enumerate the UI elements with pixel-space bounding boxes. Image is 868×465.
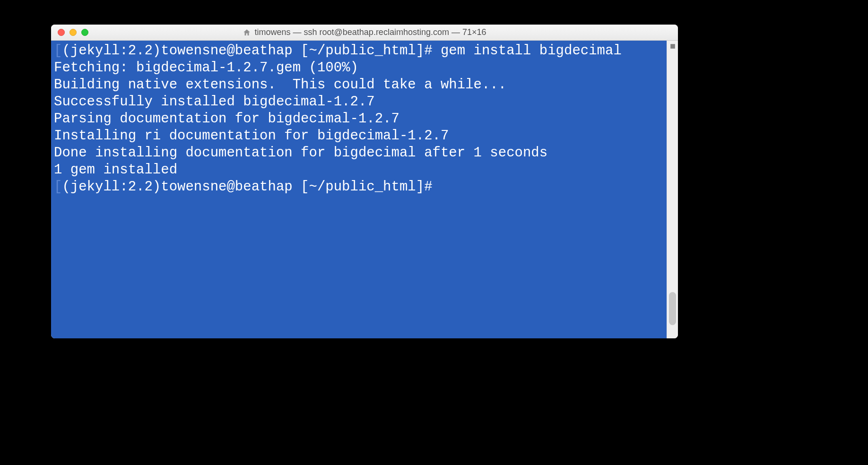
window-titlebar[interactable]: timowens — ssh root@beathap.reclaimhosti… — [51, 25, 678, 41]
close-button[interactable] — [58, 29, 65, 36]
terminal-line: Building native extensions. This could t… — [54, 77, 664, 94]
scrollbar-up-arrow-icon[interactable] — [667, 41, 678, 52]
traffic-lights — [58, 29, 88, 36]
terminal-line: [(jekyll:2.2)towensne@beathap [~/public_… — [54, 179, 664, 196]
svg-rect-0 — [670, 44, 675, 49]
window-title-text: timowens — ssh root@beathap.reclaimhosti… — [254, 27, 486, 37]
home-icon — [243, 28, 251, 37]
terminal-text: Parsing documentation for bigdecimal-1.2… — [54, 111, 399, 127]
terminal-text: Installing ri documentation for bigdecim… — [54, 128, 449, 144]
window-content: [(jekyll:2.2)towensne@beathap [~/public_… — [51, 41, 678, 338]
terminal-text: Successfully installed bigdecimal-1.2.7 — [54, 94, 375, 110]
vertical-scrollbar[interactable] — [667, 41, 678, 338]
terminal-text: (jekyll:2.2)towensne@beathap [~/public_h… — [62, 43, 621, 59]
window-title: timowens — ssh root@beathap.reclaimhosti… — [51, 27, 678, 37]
terminal-line: 1 gem installed — [54, 162, 664, 179]
terminal-text: Building native extensions. This could t… — [54, 77, 506, 93]
terminal-line: [(jekyll:2.2)towensne@beathap [~/public_… — [54, 43, 664, 60]
terminal-text: 1 gem installed — [54, 162, 177, 178]
prompt-marker: [ — [54, 43, 62, 59]
minimize-button[interactable] — [69, 29, 77, 36]
terminal-line: Installing ri documentation for bigdecim… — [54, 128, 664, 145]
prompt-marker: [ — [54, 179, 62, 195]
terminal-text: (jekyll:2.2)towensne@beathap [~/public_h… — [62, 179, 441, 195]
terminal-line: Done installing documentation for bigdec… — [54, 145, 664, 162]
terminal-line: Successfully installed bigdecimal-1.2.7 — [54, 94, 664, 111]
terminal-output[interactable]: [(jekyll:2.2)towensne@beathap [~/public_… — [51, 41, 667, 338]
scrollbar-thumb[interactable] — [669, 292, 676, 325]
terminal-text: Done installing documentation for bigdec… — [54, 145, 547, 161]
terminal-window: timowens — ssh root@beathap.reclaimhosti… — [51, 25, 678, 338]
zoom-button[interactable] — [81, 29, 88, 36]
terminal-text: Fetching: bigdecimal-1.2.7.gem (100%) — [54, 60, 358, 76]
terminal-line: Parsing documentation for bigdecimal-1.2… — [54, 111, 664, 128]
terminal-line: Fetching: bigdecimal-1.2.7.gem (100%) — [54, 60, 664, 77]
